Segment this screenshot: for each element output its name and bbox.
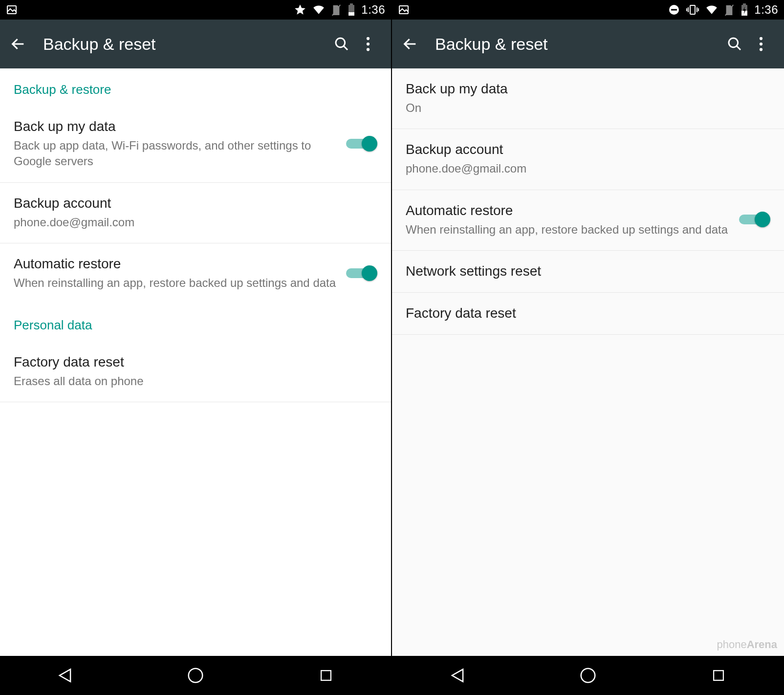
nav-home-icon[interactable] [166, 666, 225, 685]
row-title: Factory data reset [406, 304, 762, 322]
row-subtitle: On [406, 100, 762, 116]
row-back-up-my-data[interactable]: Back up my data On [392, 68, 784, 129]
search-icon[interactable] [721, 36, 748, 52]
app-bar: Backup & reset [0, 20, 391, 68]
svg-point-8 [367, 48, 370, 51]
row-title: Back up my data [406, 80, 762, 97]
back-icon[interactable] [402, 36, 418, 52]
overflow-menu-icon[interactable] [748, 37, 774, 51]
row-title: Backup account [14, 195, 370, 212]
status-bar: 1:36 [392, 0, 784, 20]
svg-rect-4 [348, 12, 354, 16]
section-header-personal-data: Personal data [0, 304, 391, 342]
no-sim-icon [331, 3, 342, 16]
battery-charging-icon [740, 3, 748, 16]
row-back-up-my-data[interactable]: Back up my data Back up app data, Wi-Fi … [0, 106, 391, 183]
settings-list: Back up my data On Backup account phone.… [392, 68, 784, 656]
svg-point-7 [367, 43, 370, 45]
star-icon [294, 3, 306, 16]
no-sim-icon [724, 3, 735, 16]
row-automatic-restore[interactable]: Automatic restore When reinstalling an a… [0, 243, 391, 304]
picture-icon [6, 4, 18, 16]
svg-point-6 [367, 37, 370, 40]
navigation-bar [392, 656, 784, 695]
row-title: Network settings reset [406, 262, 762, 280]
picture-icon [398, 4, 410, 16]
watermark: phoneArena [717, 638, 777, 651]
svg-rect-13 [671, 9, 677, 11]
wifi-icon [312, 3, 325, 16]
phone-left: 1:36 Backup & reset Backup & restore Bac… [0, 0, 392, 695]
svg-rect-14 [690, 5, 695, 14]
row-factory-data-reset[interactable]: Factory data reset Erases all data on ph… [0, 342, 391, 402]
svg-rect-17 [743, 3, 746, 5]
app-bar: Backup & reset [392, 20, 784, 68]
svg-point-9 [189, 669, 203, 683]
row-automatic-restore[interactable]: Automatic restore When reinstalling an a… [392, 190, 784, 251]
navigation-bar [0, 656, 391, 695]
row-title: Factory data reset [14, 353, 370, 370]
dnd-icon [668, 4, 680, 16]
svg-rect-10 [321, 671, 331, 680]
settings-list: Backup & restore Back up my data Back up… [0, 68, 391, 656]
svg-point-22 [760, 48, 762, 51]
overflow-menu-icon[interactable] [355, 37, 381, 51]
row-title: Backup account [406, 141, 762, 158]
svg-rect-3 [350, 3, 353, 5]
back-icon[interactable] [10, 36, 26, 52]
row-subtitle: When reinstalling an app, restore backed… [14, 275, 338, 291]
status-clock: 1:36 [754, 3, 778, 17]
row-subtitle: Back up app data, Wi-Fi passwords, and o… [14, 138, 338, 170]
svg-rect-24 [714, 671, 723, 680]
row-title: Automatic restore [406, 202, 731, 219]
nav-recents-icon[interactable] [689, 667, 748, 684]
search-icon[interactable] [328, 36, 355, 52]
watermark-b: Arena [747, 638, 777, 651]
section-header-backup-restore: Backup & restore [0, 68, 391, 106]
row-title: Back up my data [14, 118, 338, 135]
row-network-settings-reset[interactable]: Network settings reset [392, 251, 784, 293]
watermark-a: phone [717, 638, 746, 651]
svg-point-23 [581, 669, 595, 683]
app-bar-title: Backup & reset [43, 35, 328, 54]
nav-back-icon[interactable] [428, 666, 487, 685]
svg-point-20 [760, 37, 762, 40]
row-backup-account[interactable]: Backup account phone.doe@gmail.com [392, 129, 784, 190]
row-subtitle: phone.doe@gmail.com [406, 161, 762, 176]
svg-point-5 [336, 38, 345, 47]
svg-point-21 [760, 43, 762, 45]
row-subtitle: When reinstalling an app, restore backed… [406, 222, 731, 238]
battery-icon [348, 3, 355, 16]
wifi-icon [705, 3, 718, 16]
nav-home-icon[interactable] [559, 666, 617, 685]
row-factory-data-reset[interactable]: Factory data reset [392, 293, 784, 335]
status-bar: 1:36 [0, 0, 391, 20]
vibrate-icon [686, 4, 699, 16]
row-title: Automatic restore [14, 255, 338, 272]
toggle-automatic-restore[interactable] [346, 263, 377, 283]
app-bar-title: Backup & reset [435, 35, 721, 54]
nav-back-icon[interactable] [36, 666, 94, 685]
nav-recents-icon[interactable] [297, 667, 355, 684]
row-backup-account[interactable]: Backup account phone.doe@gmail.com [0, 183, 391, 243]
toggle-back-up-my-data[interactable] [346, 134, 377, 153]
toggle-automatic-restore[interactable] [739, 210, 770, 229]
row-subtitle: Erases all data on phone [14, 373, 370, 389]
row-subtitle: phone.doe@gmail.com [14, 215, 370, 230]
svg-point-19 [729, 38, 738, 47]
status-clock: 1:36 [361, 3, 385, 17]
phone-right: 1:36 Backup & reset Back up my data On B… [392, 0, 784, 695]
